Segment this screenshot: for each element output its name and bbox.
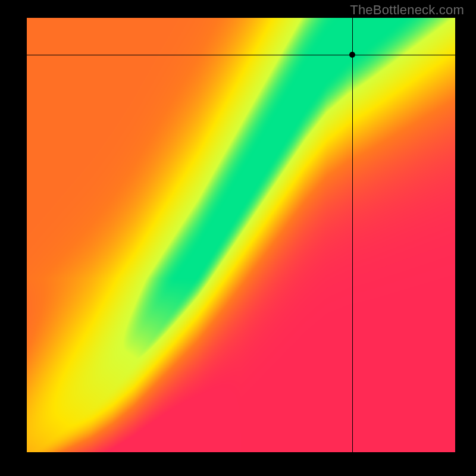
crosshair-horizontal xyxy=(27,55,455,55)
heatmap-plot xyxy=(27,18,455,452)
crosshair-vertical xyxy=(352,18,353,452)
watermark-text: TheBottleneck.com xyxy=(350,2,464,18)
chart-frame: TheBottleneck.com xyxy=(0,0,476,476)
heatmap-canvas xyxy=(27,18,455,452)
crosshair-marker xyxy=(349,52,355,58)
